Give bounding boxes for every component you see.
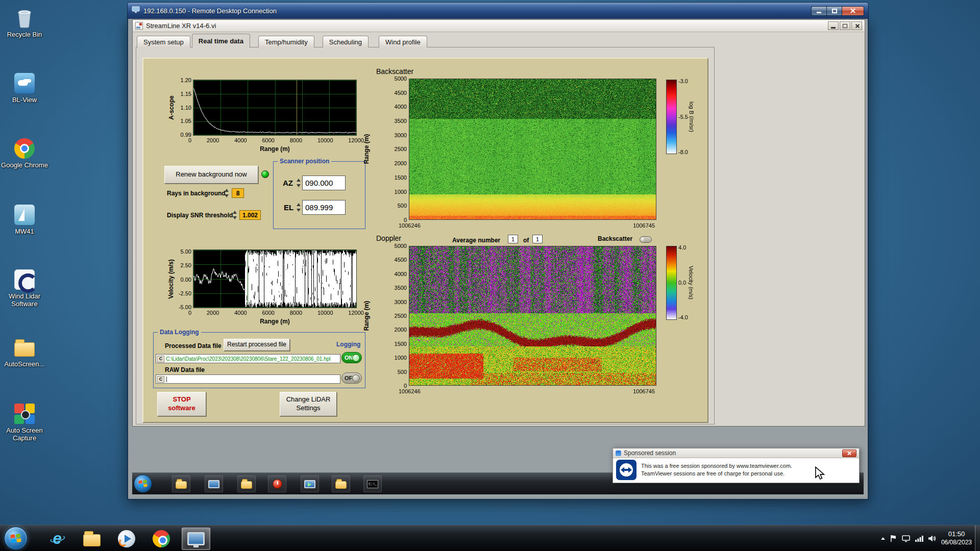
rdp-minimize-button[interactable] <box>811 6 826 16</box>
desktop-icon-autoscreen[interactable]: AutoScreen... <box>1 336 48 368</box>
desktop-icon-google-chrome[interactable]: Google Chrome <box>1 137 48 169</box>
raw-logging-toggle[interactable]: OFF <box>341 372 362 384</box>
ascope-x-axis-label: Range (m) <box>193 145 356 153</box>
doppler-y-axis-label: Range (m) <box>363 301 370 331</box>
popup-titlebar[interactable]: Sponsored session <box>613 448 859 458</box>
change-lidar-settings-button[interactable]: Change LiDAR Settings <box>280 392 337 416</box>
drive-icon: C <box>157 356 164 362</box>
doppler-title: Doppler <box>376 234 401 242</box>
taskbar-clock[interactable]: 01:50 06/08/2023 <box>941 530 972 546</box>
desktop-icon-label: AutoScreen... <box>5 361 45 368</box>
tick-label: 6000 <box>262 310 274 316</box>
network-tray-icon[interactable] <box>915 535 923 542</box>
taskbar-buttons: e <box>43 525 210 551</box>
tick-label: 2000 <box>207 310 219 316</box>
desktop-icon-mw41[interactable]: MW41 <box>1 203 48 236</box>
volume-tray-icon[interactable] <box>928 535 936 542</box>
remote-taskbar-folder2-icon[interactable] <box>332 475 350 492</box>
velocity-plot <box>193 250 356 308</box>
windows-explorer-icon <box>83 534 101 546</box>
tick-label: 2000 <box>395 327 407 333</box>
remote-taskbar-folder-icon[interactable] <box>237 475 256 492</box>
tab-scheduling[interactable]: Scheduling <box>323 36 369 47</box>
desktop-icon-auto-screen-capture[interactable]: Auto Screen Capture <box>1 402 48 442</box>
snr-threshold-label: Display SNR threshold <box>167 212 233 219</box>
rdp-close-button[interactable] <box>842 6 864 16</box>
tick-label: 1.20 <box>181 77 191 84</box>
tab-real-time-data[interactable]: Real time data <box>192 34 250 48</box>
tick-label: 4000 <box>395 271 407 278</box>
processed-file-path: C:\Lidar\Data\Proc\2023\202308\20230806\… <box>166 356 331 362</box>
app-maximize-button[interactable] <box>840 21 850 30</box>
start-button[interactable] <box>4 527 28 550</box>
doppler-x-start: 1006246 <box>399 388 421 394</box>
el-spinner[interactable] <box>296 203 301 212</box>
remote-taskbar-power-icon[interactable] <box>268 475 286 492</box>
renew-background-button[interactable]: Renew background now <box>164 166 258 184</box>
snr-value-field[interactable]: 1.002 <box>239 210 261 220</box>
popup-close-button[interactable] <box>842 449 856 457</box>
backscatter-y-axis-label: Range (m) <box>363 134 370 164</box>
app-close-button[interactable] <box>851 21 862 30</box>
tick-label: 5000 <box>395 243 407 249</box>
remote-taskbar-display-share-icon[interactable] <box>301 475 319 492</box>
tick-label: 3500 <box>395 118 407 124</box>
desktop-icon-wind-lidar[interactable]: Wind Lidar Software <box>1 268 48 308</box>
taskbar-remote-desktop-button[interactable] <box>182 528 210 550</box>
processed-file-path-field[interactable]: C C:\Lidar\Data\Proc\2023\202308\2023080… <box>156 354 340 363</box>
el-field[interactable]: 089.999 <box>302 200 346 215</box>
backscatter-switch[interactable] <box>640 236 652 243</box>
rdp-maximize-button[interactable] <box>826 6 842 16</box>
remote-taskbar-system-window-icon[interactable] <box>205 475 223 492</box>
tick-label: 1500 <box>395 341 407 347</box>
app-minimize-button[interactable] <box>828 21 839 30</box>
internet-explorer-icon: e <box>53 531 61 546</box>
tick-label: 2500 <box>395 146 407 153</box>
auto-screen-capture-icon <box>13 402 36 425</box>
remote-taskbar-explorer-icon[interactable] <box>172 475 190 492</box>
taskbar-media-player-button[interactable] <box>112 528 141 550</box>
tick-label: 8000 <box>290 310 302 316</box>
chrome-icon <box>153 530 170 547</box>
average-of-field[interactable]: 1 <box>532 235 543 243</box>
wind-lidar-icon <box>13 268 36 291</box>
rays-spinner[interactable] <box>224 189 229 197</box>
taskbar-explorer-button[interactable] <box>78 528 106 550</box>
desktop-icon-bl-view[interactable]: BL-View <box>1 71 48 104</box>
raw-file-path-field[interactable]: C <box>156 374 340 384</box>
snr-spinner[interactable] <box>232 211 237 219</box>
processed-logging-toggle[interactable]: ON <box>341 352 362 363</box>
tick-label: 6000 <box>262 137 274 143</box>
backscatter-colorbar <box>667 80 676 154</box>
action-center-flag-icon[interactable] <box>890 535 897 542</box>
velocity-y-ticks: 5.002.500.00-2.50-5.00 <box>171 248 191 311</box>
app-titlebar[interactable]: StreamLine XR v14-6.vi <box>133 20 865 32</box>
show-desktop-button[interactable] <box>975 525 980 551</box>
tick-label: 8000 <box>290 137 302 143</box>
hidden-icons-chevron[interactable] <box>881 537 885 540</box>
backscatter-switch-label: Backscatter <box>598 235 632 242</box>
restart-processed-file-button[interactable]: Restart processed file <box>224 339 290 351</box>
taskbar-chrome-button[interactable] <box>147 528 176 550</box>
media-player-icon <box>118 530 135 547</box>
stop-software-button[interactable]: STOP software <box>157 392 206 416</box>
app-window-title: StreamLine XR v14-6.vi <box>146 22 216 30</box>
tick-label: 500 <box>398 203 407 209</box>
desktop-icon-label: Auto Screen Capture <box>1 427 48 442</box>
tab-temp-humidity[interactable]: Temp/humidity <box>258 36 314 47</box>
desktop-icon-recycle-bin[interactable]: Recycle Bin <box>1 6 48 39</box>
remote-start-button[interactable] <box>134 474 152 493</box>
tab-wind-profile[interactable]: Wind profile <box>379 36 427 47</box>
average-number-field[interactable]: 1 <box>508 235 518 243</box>
tick-label: 0.00 <box>181 277 191 283</box>
az-field[interactable]: 090.000 <box>302 176 346 190</box>
tab-system-setup[interactable]: System setup <box>137 36 190 47</box>
display-tray-icon[interactable] <box>902 535 910 542</box>
rays-value-field[interactable]: 8 <box>232 188 244 198</box>
remote-taskbar-command-prompt-icon[interactable]: C:\_ <box>363 475 382 492</box>
backscatter-x-end: 1006745 <box>633 222 655 229</box>
taskbar-internet-explorer-button[interactable]: e <box>43 528 71 550</box>
az-spinner[interactable] <box>296 179 301 187</box>
tick-label: -4.0 <box>678 314 688 321</box>
rdp-titlebar[interactable]: 192.168.0.150 - Remote Desktop Connectio… <box>127 2 869 19</box>
